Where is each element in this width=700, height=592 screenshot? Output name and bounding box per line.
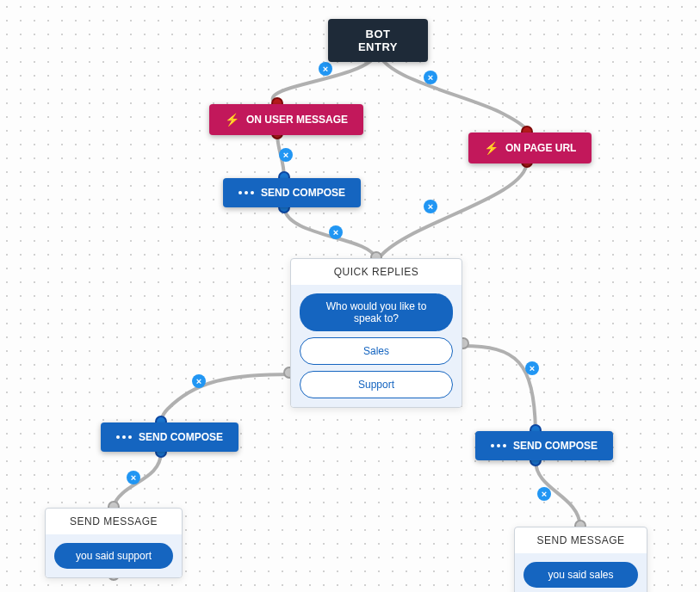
edge-delete[interactable]: ×: [127, 471, 140, 484]
node-send-compose-3[interactable]: SEND COMPOSE: [475, 431, 613, 460]
node-send-compose-1[interactable]: SEND COMPOSE: [223, 178, 361, 207]
node-label: SEND COMPOSE: [513, 440, 598, 452]
node-on-page-url[interactable]: ⚡ ON PAGE URL: [468, 133, 592, 163]
quick-option-support[interactable]: Support: [300, 371, 453, 398]
edge-delete[interactable]: ×: [525, 361, 539, 375]
node-on-user-message[interactable]: ⚡ ON USER MESSAGE: [209, 104, 363, 135]
node-send-message-support[interactable]: SEND MESSAGE you said support: [45, 508, 183, 578]
dots-icon: [238, 191, 254, 194]
node-label: SEND COMPOSE: [139, 431, 223, 443]
dots-icon: [116, 435, 132, 439]
dots-icon: [491, 444, 506, 447]
card-title: QUICK REPLIES: [291, 259, 462, 285]
card-title: SEND MESSAGE: [515, 527, 647, 553]
edge-delete[interactable]: ×: [424, 200, 437, 213]
node-send-compose-2[interactable]: SEND COMPOSE: [101, 422, 238, 452]
node-label: ON PAGE URL: [505, 142, 576, 154]
edge-delete[interactable]: ×: [537, 487, 551, 501]
card-title: SEND MESSAGE: [46, 509, 182, 534]
quick-prompt[interactable]: Who would you like to speak to?: [300, 293, 453, 331]
edge-delete[interactable]: ×: [279, 148, 293, 162]
message-text[interactable]: you said sales: [523, 562, 638, 588]
node-label: SEND COMPOSE: [261, 187, 345, 199]
bolt-icon: ⚡: [225, 113, 239, 126]
edge-delete[interactable]: ×: [424, 71, 437, 84]
node-quick-replies[interactable]: QUICK REPLIES Who would you like to spea…: [290, 258, 462, 408]
node-bot-entry[interactable]: BOT ENTRY: [328, 19, 428, 62]
node-label: BOT ENTRY: [358, 28, 398, 53]
node-send-message-sales[interactable]: SEND MESSAGE you said sales: [514, 527, 647, 592]
bolt-icon: ⚡: [484, 141, 499, 155]
node-label: ON USER MESSAGE: [246, 114, 348, 126]
edge-delete[interactable]: ×: [329, 225, 343, 239]
edge-delete[interactable]: ×: [192, 374, 206, 388]
message-text[interactable]: you said support: [54, 543, 173, 569]
edge-delete[interactable]: ×: [319, 62, 332, 76]
quick-option-sales[interactable]: Sales: [300, 337, 453, 365]
